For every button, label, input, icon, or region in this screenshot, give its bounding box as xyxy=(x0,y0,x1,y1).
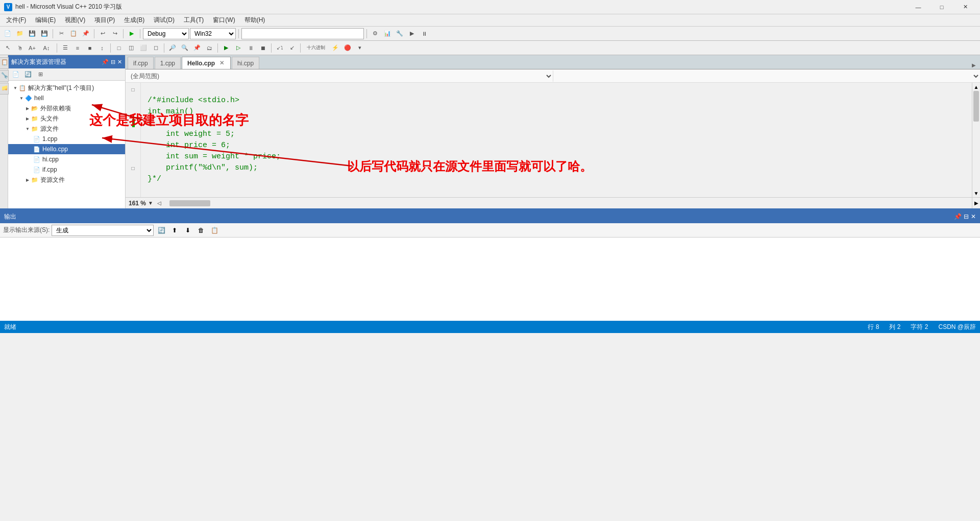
left-tab-3[interactable]: 📁 xyxy=(0,83,9,94)
scroll-down[interactable]: ▼ xyxy=(972,189,980,197)
tb2-play2[interactable]: ▷ xyxy=(233,42,244,54)
toolbar-copy[interactable]: 📋 xyxy=(68,28,79,39)
menu-file[interactable]: 文件(F) xyxy=(2,15,30,26)
code-content[interactable]: /*#include <stdio.h> int main() { int we… xyxy=(143,83,972,197)
scroll-right[interactable]: ▶ xyxy=(972,198,980,209)
tree-hellocpp[interactable]: 📄 Hello.cpp xyxy=(8,144,125,154)
minimize-button[interactable]: — xyxy=(908,2,929,12)
zoom-arrow[interactable]: ▼ xyxy=(148,200,153,206)
se-close[interactable]: ✕ xyxy=(117,59,122,65)
tb2-11[interactable]: ⬜ xyxy=(138,42,149,54)
tb2-10[interactable]: ◫ xyxy=(126,42,137,54)
output-close[interactable]: ✕ xyxy=(971,213,976,220)
tree-ifcpp[interactable]: 📄 if.cpp xyxy=(8,164,125,175)
toolbar-save[interactable]: 💾 xyxy=(27,28,38,39)
close-button[interactable]: ✕ xyxy=(954,2,976,12)
tb2-16[interactable]: 🗂 xyxy=(204,42,215,54)
left-tab-2[interactable]: 🔧 xyxy=(0,70,9,82)
toolbar-new[interactable]: 📄 xyxy=(2,28,13,39)
toolbar-extra2[interactable]: 📊 xyxy=(382,28,393,39)
tab-hellocpp[interactable]: Hello.cpp ✕ xyxy=(182,57,231,69)
zoom-scroll-left[interactable]: ◁ xyxy=(157,200,161,206)
debug-config-select[interactable]: Debug Release xyxy=(143,28,189,39)
scroll-h-thumb[interactable] xyxy=(169,200,210,206)
menu-window[interactable]: 窗口(W) xyxy=(209,15,239,26)
tree-hicpp[interactable]: 📄 hi.cpp xyxy=(8,154,125,164)
output-btn-5[interactable]: 📋 xyxy=(209,225,220,236)
tree-1cpp[interactable]: 📄 1.cpp xyxy=(8,134,125,144)
toolbar-extra5[interactable]: ⏸ xyxy=(419,28,430,39)
tb2-8[interactable]: ↕ xyxy=(96,42,108,54)
toolbar-cut[interactable]: ✂ xyxy=(56,28,67,39)
tb2-9[interactable]: □ xyxy=(113,42,125,54)
output-undock[interactable]: ⊟ xyxy=(964,213,969,220)
tree-extern-deps[interactable]: ▶ 📂 外部依赖项 xyxy=(8,103,125,113)
output-btn-1[interactable]: 🔄 xyxy=(156,225,167,236)
output-source-select[interactable]: 生成 调试 xyxy=(52,225,154,236)
scope-select-right[interactable] xyxy=(553,70,981,82)
se-undock[interactable]: ⊟ xyxy=(111,59,115,65)
tb2-13[interactable]: 🔎 xyxy=(167,42,178,54)
scroll-up[interactable]: ▲ xyxy=(972,83,980,91)
maximize-button[interactable]: □ xyxy=(931,2,952,12)
tb2-18[interactable]: 🔴 xyxy=(342,42,353,54)
toolbar-extra4[interactable]: ▶ xyxy=(406,28,418,39)
output-pin[interactable]: 📌 xyxy=(954,213,962,220)
tab-1cpp[interactable]: 1.cpp xyxy=(155,57,181,69)
tree-solution[interactable]: ▼ 📋 解决方案"hell"(1 个项目) xyxy=(8,83,125,93)
toolbar-open-folder[interactable]: 📁 xyxy=(14,28,26,39)
se-pin[interactable]: 📌 xyxy=(102,59,109,65)
tab-scroll-right[interactable]: ▶ xyxy=(970,61,978,69)
tree-resource-files[interactable]: ▶ 📁 资源文件 xyxy=(8,175,125,185)
menu-debug[interactable]: 调试(D) xyxy=(150,15,179,26)
tb2-step1[interactable]: ↙⤵ xyxy=(274,42,285,54)
toolbar-extra3[interactable]: 🔧 xyxy=(394,28,405,39)
toolbar-redo[interactable]: ↪ xyxy=(109,28,120,39)
menu-tools[interactable]: 工具(T) xyxy=(180,15,208,26)
tb2-play[interactable]: ▶ xyxy=(220,42,232,54)
menu-edit[interactable]: 编辑(E) xyxy=(31,15,60,26)
toolbar-undo[interactable]: ↩ xyxy=(97,28,108,39)
toolbar-paste[interactable]: 📌 xyxy=(80,28,91,39)
toolbar-extra1[interactable]: ⚙ xyxy=(370,28,381,39)
output-btn-4[interactable]: 🗑 xyxy=(195,225,207,236)
tb2-14[interactable]: 🔍 xyxy=(179,42,190,54)
menu-project[interactable]: 项目(P) xyxy=(90,15,119,26)
menu-build[interactable]: 生成(B) xyxy=(120,15,149,26)
left-tab-1[interactable]: 📋 xyxy=(0,57,9,69)
tb2-12[interactable]: ◻ xyxy=(150,42,161,54)
gutter-minus-1[interactable]: □ xyxy=(131,87,134,92)
tab-close-hellocpp[interactable]: ✕ xyxy=(218,60,225,67)
tb2-pause[interactable]: ⏸ xyxy=(245,42,256,54)
tb2-7[interactable]: ■ xyxy=(84,42,95,54)
tb2-1[interactable]: ↖ xyxy=(2,42,13,54)
tb2-step2[interactable]: ↙ xyxy=(286,42,298,54)
tb2-17[interactable]: ⚡ xyxy=(330,42,341,54)
tree-source-files[interactable]: ▼ 📁 源文件 xyxy=(8,124,125,134)
toolbar-run[interactable]: ▶ xyxy=(126,28,137,39)
se-btn-3[interactable]: ⊞ xyxy=(35,69,46,80)
scrollbar-vertical[interactable]: ▲ ▼ xyxy=(972,83,980,197)
tb2-19[interactable]: ▾ xyxy=(354,42,365,54)
se-btn-1[interactable]: 📄 xyxy=(10,69,21,80)
tb2-6[interactable]: ≡ xyxy=(72,42,83,54)
se-btn-2[interactable]: 🔄 xyxy=(22,69,34,80)
menu-help[interactable]: 帮助(H) xyxy=(240,15,270,26)
scroll-thumb[interactable] xyxy=(973,91,979,122)
output-btn-2[interactable]: ⬆ xyxy=(169,225,180,236)
tb2-2[interactable]: 🖱 xyxy=(14,42,26,54)
tree-project[interactable]: ▼ 🔷 hell xyxy=(8,93,125,103)
menu-view[interactable]: 视图(V) xyxy=(61,15,89,26)
scope-select-left[interactable]: (全局范围) xyxy=(126,70,553,82)
search-input[interactable] xyxy=(241,28,364,39)
gutter-minus-8[interactable]: □ xyxy=(131,165,134,171)
tb2-3[interactable]: A+ xyxy=(27,42,38,54)
tb2-stop[interactable]: ⏹ xyxy=(257,42,268,54)
tb2-hex[interactable]: 十六进制 xyxy=(303,42,329,54)
output-btn-3[interactable]: ⬇ xyxy=(182,225,193,236)
tree-header-files[interactable]: ▶ 📁 头文件 xyxy=(8,113,125,124)
tab-ifcpp[interactable]: if.cpp xyxy=(128,57,154,69)
toolbar-save-all[interactable]: 💾 xyxy=(39,28,50,39)
tb2-4[interactable]: A↕ xyxy=(39,42,54,54)
scroll-h-track[interactable] xyxy=(164,199,972,207)
